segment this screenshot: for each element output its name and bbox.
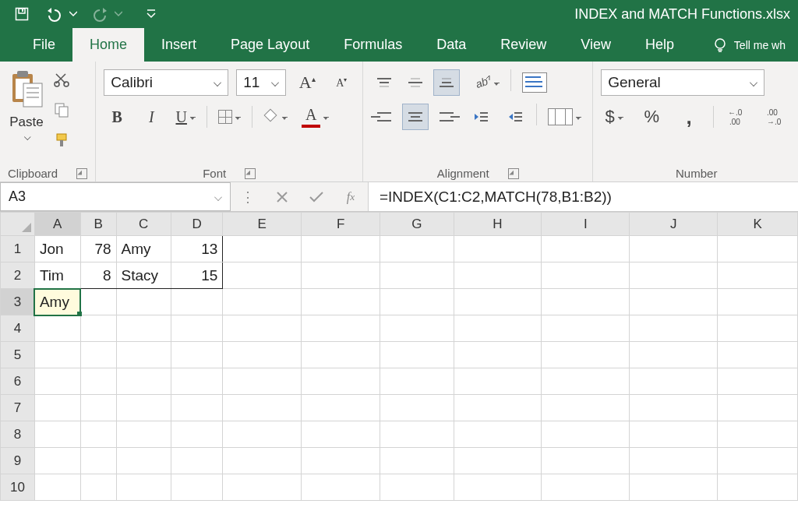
cell-D3[interactable]: [171, 289, 222, 315]
italic-button[interactable]: I: [138, 104, 164, 130]
cell-A6[interactable]: [34, 368, 80, 395]
cell-G3[interactable]: [380, 289, 454, 315]
cell-A10[interactable]: [34, 474, 80, 501]
tab-formulas[interactable]: Formulas: [327, 28, 419, 62]
borders-button[interactable]: [215, 104, 244, 130]
cell-F1[interactable]: [302, 236, 380, 262]
cell-J2[interactable]: [630, 262, 718, 289]
cell-K7[interactable]: [718, 395, 798, 421]
align-top-button[interactable]: [371, 69, 397, 96]
row-header-2[interactable]: 2: [1, 262, 35, 289]
cell-A3[interactable]: Amy: [34, 289, 80, 315]
spreadsheet-grid[interactable]: ABCDEFGHIJK1Jon78Amy132Tim8Stacy153Amy45…: [0, 212, 798, 501]
cell-K6[interactable]: [718, 368, 798, 395]
cell-F4[interactable]: [302, 315, 380, 342]
merge-center-button[interactable]: [545, 104, 584, 130]
cell-G5[interactable]: [380, 342, 454, 368]
cell-E5[interactable]: [223, 342, 302, 368]
cell-H1[interactable]: [454, 236, 542, 262]
enter-formula-button[interactable]: [299, 191, 334, 203]
cell-F2[interactable]: [302, 262, 380, 289]
row-header-3[interactable]: 3: [1, 289, 35, 315]
increase-font-button[interactable]: A▴: [294, 69, 320, 96]
cell-J6[interactable]: [630, 368, 718, 395]
cell-B6[interactable]: [80, 368, 116, 395]
cell-G4[interactable]: [380, 315, 454, 342]
cell-I9[interactable]: [542, 448, 630, 474]
row-header-8[interactable]: 8: [1, 421, 35, 448]
cell-I8[interactable]: [542, 421, 630, 448]
row-header-1[interactable]: 1: [1, 236, 35, 262]
decrease-decimal-button[interactable]: .00→.0: [764, 104, 792, 130]
cell-H3[interactable]: [454, 289, 542, 315]
cell-D2[interactable]: 15: [171, 262, 222, 289]
cell-K1[interactable]: [718, 236, 798, 262]
alignment-launcher[interactable]: [508, 168, 519, 179]
align-left-button[interactable]: [371, 104, 397, 130]
cell-J5[interactable]: [630, 342, 718, 368]
format-painter-button[interactable]: [53, 132, 70, 151]
font-name-combo[interactable]: Calibri: [104, 69, 228, 96]
percent-format-button[interactable]: %: [638, 104, 665, 130]
cell-F8[interactable]: [302, 421, 380, 448]
cell-J4[interactable]: [630, 315, 718, 342]
cell-K8[interactable]: [718, 421, 798, 448]
cell-K10[interactable]: [718, 474, 798, 501]
tab-help[interactable]: Help: [628, 28, 691, 62]
tell-me[interactable]: Tell me wh: [700, 28, 798, 62]
cell-B5[interactable]: [80, 342, 116, 368]
row-header-7[interactable]: 7: [1, 395, 35, 421]
cell-E9[interactable]: [223, 448, 302, 474]
cell-F7[interactable]: [302, 395, 380, 421]
clipboard-launcher[interactable]: [76, 168, 87, 179]
cell-C7[interactable]: [116, 395, 171, 421]
cancel-formula-button[interactable]: [265, 191, 299, 203]
cell-C8[interactable]: [116, 421, 171, 448]
col-header-F[interactable]: F: [302, 213, 380, 236]
cell-H8[interactable]: [454, 421, 542, 448]
align-right-button[interactable]: [433, 104, 460, 130]
tab-data[interactable]: Data: [419, 28, 483, 62]
cell-G6[interactable]: [380, 368, 454, 395]
bold-button[interactable]: B: [104, 104, 130, 130]
cell-E7[interactable]: [223, 395, 302, 421]
cut-button[interactable]: [53, 71, 70, 90]
cell-B8[interactable]: [80, 421, 116, 448]
cell-K2[interactable]: [718, 262, 798, 289]
cell-A5[interactable]: [34, 342, 80, 368]
font-launcher[interactable]: [245, 168, 256, 179]
col-header-H[interactable]: H: [454, 213, 542, 236]
cell-G1[interactable]: [380, 236, 454, 262]
cell-B9[interactable]: [80, 448, 116, 474]
cell-I4[interactable]: [542, 315, 630, 342]
cell-G2[interactable]: [380, 262, 454, 289]
cell-D5[interactable]: [171, 342, 222, 368]
cell-H10[interactable]: [454, 474, 542, 501]
cell-I1[interactable]: [542, 236, 630, 262]
cell-J10[interactable]: [630, 474, 718, 501]
cell-I6[interactable]: [542, 368, 630, 395]
accounting-format-button[interactable]: $: [601, 104, 627, 130]
increase-decimal-button[interactable]: ←.0.00: [725, 104, 753, 130]
col-header-J[interactable]: J: [630, 213, 718, 236]
cell-G8[interactable]: [380, 421, 454, 448]
decrease-font-button[interactable]: A▾: [328, 69, 355, 96]
cell-D8[interactable]: [171, 421, 222, 448]
col-header-I[interactable]: I: [542, 213, 630, 236]
cell-D10[interactable]: [171, 474, 222, 501]
comma-format-button[interactable]: ,: [676, 104, 702, 130]
cell-F9[interactable]: [302, 448, 380, 474]
col-header-G[interactable]: G: [380, 213, 454, 236]
row-header-6[interactable]: 6: [1, 368, 35, 395]
cell-B3[interactable]: [80, 289, 116, 315]
row-header-10[interactable]: 10: [1, 474, 35, 501]
paste-button[interactable]: Paste: [8, 69, 45, 144]
cell-A7[interactable]: [34, 395, 80, 421]
cell-H5[interactable]: [454, 342, 542, 368]
cell-C3[interactable]: [116, 289, 171, 315]
cell-C10[interactable]: [116, 474, 171, 501]
col-header-A[interactable]: A: [34, 213, 80, 236]
cell-A1[interactable]: Jon: [34, 236, 80, 262]
fill-color-button[interactable]: [260, 104, 291, 130]
align-bottom-button[interactable]: [433, 69, 460, 96]
